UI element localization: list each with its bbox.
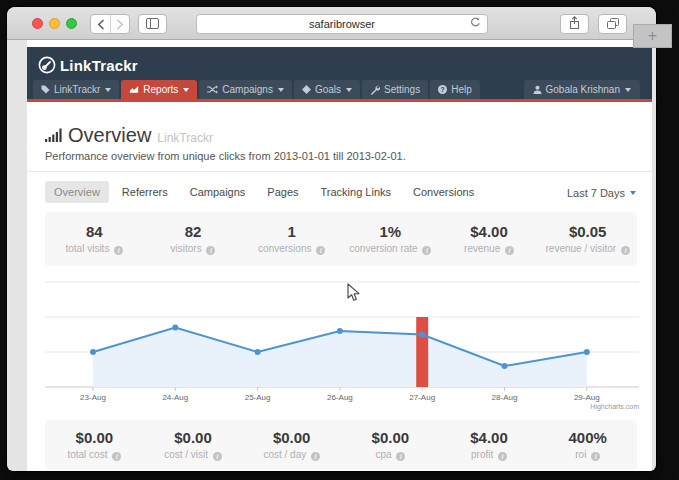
linktrackr-logo-icon: [38, 56, 56, 74]
minimize-button[interactable]: [49, 18, 60, 29]
chart-point[interactable]: [255, 349, 261, 355]
nav-item-label: Campaigns: [222, 84, 273, 95]
tab-referrers[interactable]: Referrers: [113, 181, 177, 203]
stat-label: revenue i: [440, 243, 539, 255]
nav-item-label: Help: [451, 84, 472, 95]
logo-text: LinkTrackr: [60, 57, 138, 74]
reload-icon[interactable]: [470, 17, 481, 31]
stat-label: visitors i: [144, 243, 243, 255]
info-icon[interactable]: i: [396, 452, 405, 461]
stats-panel-top: 84total visits i82visitors i1conversions…: [45, 212, 637, 266]
main-menu: LinkTrackrReportsCampaignsGoalsSettings?…: [33, 80, 480, 99]
stat-label: total visits i: [45, 243, 144, 255]
browser-titlebar: safaribrowser: [7, 7, 656, 40]
area-chart-icon: [129, 85, 139, 94]
shuffle-icon: [207, 85, 218, 94]
nav-item-goals[interactable]: Goals: [294, 80, 360, 99]
visits-chart[interactable]: 23-Aug24-Aug25-Aug26-Aug27-Aug28-Aug29-A…: [45, 272, 639, 412]
tab-campaigns[interactable]: Campaigns: [181, 181, 255, 203]
tab-overview[interactable]: Overview: [45, 181, 109, 203]
address-bar[interactable]: safaribrowser: [196, 14, 488, 34]
caret-down-icon: [625, 88, 631, 92]
x-axis-label: 28-Aug: [492, 393, 518, 402]
zoom-button[interactable]: [66, 18, 77, 29]
stat-revenue: $4.00revenue i: [440, 223, 539, 255]
nav-item-reports[interactable]: Reports: [121, 80, 197, 99]
url-text: safaribrowser: [309, 18, 375, 30]
tab-pages[interactable]: Pages: [258, 181, 307, 203]
nav-item-settings[interactable]: Settings: [362, 80, 428, 99]
stat-revenue-visitor: $0.05revenue / visitor i: [538, 223, 637, 255]
chart-point[interactable]: [419, 332, 425, 338]
info-icon[interactable]: i: [422, 246, 431, 255]
new-tab-label: +: [648, 27, 657, 45]
browser-window: safaribrowser LinkTrackr LinkTrackrRepor…: [7, 7, 656, 471]
date-range-label: Last 7 Days: [567, 187, 625, 199]
share-button[interactable]: [560, 14, 589, 34]
sidebar-toggle-button[interactable]: [138, 14, 167, 34]
info-icon[interactable]: i: [591, 452, 600, 461]
chart-area-fill: [93, 328, 587, 388]
nav-item-linktrackr[interactable]: LinkTrackr: [33, 80, 119, 99]
chart-point[interactable]: [172, 325, 178, 331]
back-icon[interactable]: [91, 15, 110, 33]
stat-roi: 400%roi i: [538, 429, 637, 461]
user-menu-button[interactable]: Gobala Krishnan: [524, 80, 641, 99]
chart-credit[interactable]: Highcharts.com: [590, 403, 639, 411]
stat-label: cost / visit i: [144, 449, 243, 461]
stat-profit: $4.00profit i: [440, 429, 539, 461]
stat-total-visits: 84total visits i: [45, 223, 144, 255]
tab-tracking-links[interactable]: Tracking Links: [312, 181, 401, 203]
report-tabs: OverviewReferrersCampaignsPagesTracking …: [45, 181, 483, 203]
date-range-dropdown[interactable]: Last 7 Days: [567, 187, 636, 199]
chart-point[interactable]: [502, 363, 508, 369]
info-icon[interactable]: i: [114, 246, 123, 255]
info-icon[interactable]: i: [505, 246, 514, 255]
stat-label: cost / day i: [242, 449, 341, 461]
info-icon[interactable]: i: [213, 452, 222, 461]
tag-icon: [41, 85, 50, 94]
tab-conversions[interactable]: Conversions: [404, 181, 483, 203]
bar-chart-icon: [45, 128, 62, 142]
app-logo[interactable]: LinkTrackr: [38, 56, 138, 74]
stat-label: roi i: [538, 449, 637, 461]
page-title-brand: LinkTrackr: [157, 131, 213, 145]
caret-down-icon: [105, 88, 111, 92]
x-axis-label: 26-Aug: [327, 393, 353, 402]
user-icon: [533, 85, 542, 94]
conversion-bar[interactable]: [416, 317, 428, 387]
info-icon[interactable]: i: [112, 452, 121, 461]
stat-value: $0.05: [538, 223, 637, 240]
nav-item-campaigns[interactable]: Campaigns: [199, 80, 292, 99]
caret-down-icon: [346, 88, 352, 92]
header-divider: [27, 171, 652, 172]
nav-item-label: Reports: [143, 84, 178, 95]
nav-item-label: LinkTrackr: [54, 84, 100, 95]
stat-value: 84: [45, 223, 144, 240]
forward-icon[interactable]: [110, 15, 129, 33]
caret-down-icon: [183, 88, 189, 92]
stat-label: conversions i: [242, 243, 341, 255]
stat-total-cost: $0.00total cost i: [45, 429, 144, 461]
stat-value: $0.00: [341, 429, 440, 446]
stat-label: cpa i: [341, 449, 440, 461]
show-tabs-button[interactable]: [598, 14, 627, 34]
page-header: Overview LinkTrackr: [45, 124, 213, 147]
caret-down-icon: [278, 88, 284, 92]
chart-point[interactable]: [90, 349, 96, 355]
new-tab-button[interactable]: +: [633, 24, 672, 48]
chart-point[interactable]: [337, 328, 343, 334]
info-icon[interactable]: i: [316, 246, 325, 255]
info-icon[interactable]: i: [621, 246, 630, 255]
nav-item-help[interactable]: ?Help: [430, 80, 480, 99]
stat-value: 400%: [538, 429, 637, 446]
info-icon[interactable]: i: [206, 246, 215, 255]
info-icon[interactable]: i: [311, 452, 320, 461]
stat-label: total cost i: [45, 449, 144, 461]
close-button[interactable]: [32, 18, 43, 29]
nav-item-label: Settings: [384, 84, 420, 95]
info-icon[interactable]: i: [498, 452, 507, 461]
stat-cost-visit: $0.00cost / visit i: [144, 429, 243, 461]
stat-value: $4.00: [440, 429, 539, 446]
chart-point[interactable]: [584, 349, 590, 355]
